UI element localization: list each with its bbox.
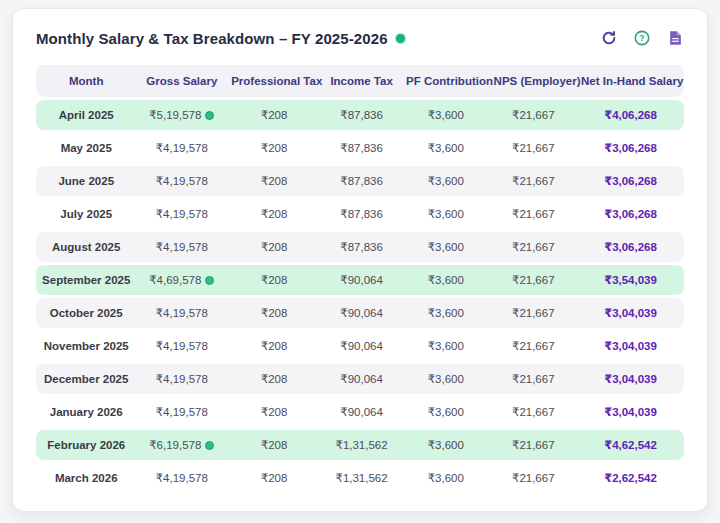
professional-tax-cell: ₹208	[227, 298, 321, 328]
help-circle-icon: ?	[634, 30, 650, 46]
gross-salary-cell: ₹4,19,578	[136, 166, 227, 196]
table-row: November 2025 ₹4,19,578 ₹208 ₹90,064 ₹3,…	[36, 331, 684, 361]
nps-employer-cell: ₹21,667	[490, 430, 577, 460]
nps-employer-cell: ₹21,667	[490, 364, 577, 394]
gross-salary-cell: ₹4,19,578	[136, 397, 227, 427]
professional-tax-cell: ₹208	[227, 331, 321, 361]
nps-employer-cell: ₹21,667	[490, 265, 577, 295]
pf-contribution-cell: ₹3,600	[402, 364, 489, 394]
nps-employer-cell: ₹21,667	[490, 298, 577, 328]
net-in-hand-cell: ₹2,62,542	[577, 463, 684, 493]
net-in-hand-cell: ₹4,62,542	[577, 430, 684, 460]
month-cell: April 2025	[36, 100, 136, 130]
professional-tax-cell: ₹208	[227, 100, 321, 130]
month-cell: January 2026	[36, 397, 136, 427]
nps-employer-cell: ₹21,667	[490, 100, 577, 130]
pf-contribution-cell: ₹3,600	[402, 397, 489, 427]
professional-tax-cell: ₹208	[227, 430, 321, 460]
nps-employer-cell: ₹21,667	[490, 397, 577, 427]
net-in-hand-cell: ₹3,06,268	[577, 199, 684, 229]
month-cell: August 2025	[36, 232, 136, 262]
month-cell: July 2025	[36, 199, 136, 229]
month-cell: September 2025	[36, 265, 136, 295]
nps-employer-cell: ₹21,667	[490, 232, 577, 262]
live-status-icon	[396, 34, 405, 43]
table-row: December 2025 ₹4,19,578 ₹208 ₹90,064 ₹3,…	[36, 364, 684, 394]
income-tax-cell: ₹87,836	[321, 133, 402, 163]
pf-contribution-cell: ₹3,600	[402, 100, 489, 130]
income-tax-cell: ₹90,064	[321, 397, 402, 427]
gross-salary-cell: ₹4,19,578	[136, 364, 227, 394]
professional-tax-cell: ₹208	[227, 232, 321, 262]
gross-salary-cell: ₹4,19,578	[136, 463, 227, 493]
table-row: February 2026 ₹6,19,578 ₹208 ₹1,31,562 ₹…	[36, 430, 684, 460]
salary-table: MonthGross SalaryProfessional TaxIncome …	[36, 62, 684, 496]
table-row: April 2025 ₹5,19,578 ₹208 ₹87,836 ₹3,600…	[36, 100, 684, 130]
gross-salary-cell: ₹4,19,578	[136, 331, 227, 361]
card-header: Monthly Salary & Tax Breakdown – FY 2025…	[36, 29, 684, 47]
income-tax-cell: ₹90,064	[321, 298, 402, 328]
document-icon	[668, 30, 683, 46]
column-header: Gross Salary	[136, 65, 227, 97]
month-cell: November 2025	[36, 331, 136, 361]
month-cell: June 2025	[36, 166, 136, 196]
professional-tax-cell: ₹208	[227, 166, 321, 196]
increment-dot-icon[interactable]	[205, 276, 214, 285]
professional-tax-cell: ₹208	[227, 265, 321, 295]
table-body: April 2025 ₹5,19,578 ₹208 ₹87,836 ₹3,600…	[36, 100, 684, 493]
column-header: Net In-Hand Salary	[577, 65, 684, 97]
column-header: Professional Tax	[227, 65, 321, 97]
pf-contribution-cell: ₹3,600	[402, 232, 489, 262]
document-button[interactable]	[666, 29, 684, 47]
refresh-icon	[601, 30, 617, 46]
nps-employer-cell: ₹21,667	[490, 331, 577, 361]
professional-tax-cell: ₹208	[227, 397, 321, 427]
column-header: NPS (Employer)	[490, 65, 577, 97]
title-wrap: Monthly Salary & Tax Breakdown – FY 2025…	[36, 30, 405, 47]
table-row: July 2025 ₹4,19,578 ₹208 ₹87,836 ₹3,600 …	[36, 199, 684, 229]
income-tax-cell: ₹1,31,562	[321, 430, 402, 460]
table-row: May 2025 ₹4,19,578 ₹208 ₹87,836 ₹3,600 ₹…	[36, 133, 684, 163]
pf-contribution-cell: ₹3,600	[402, 166, 489, 196]
table-row: January 2026 ₹4,19,578 ₹208 ₹90,064 ₹3,6…	[36, 397, 684, 427]
increment-dot-icon[interactable]	[205, 111, 214, 120]
pf-contribution-cell: ₹3,600	[402, 199, 489, 229]
nps-employer-cell: ₹21,667	[490, 166, 577, 196]
professional-tax-cell: ₹208	[227, 133, 321, 163]
column-header: Month	[36, 65, 136, 97]
gross-salary-cell: ₹4,19,578	[136, 232, 227, 262]
pf-contribution-cell: ₹3,600	[402, 331, 489, 361]
professional-tax-cell: ₹208	[227, 199, 321, 229]
help-button[interactable]: ?	[633, 29, 651, 47]
net-in-hand-cell: ₹3,04,039	[577, 397, 684, 427]
net-in-hand-cell: ₹3,04,039	[577, 331, 684, 361]
net-in-hand-cell: ₹3,06,268	[577, 166, 684, 196]
net-in-hand-cell: ₹3,06,268	[577, 133, 684, 163]
increment-dot-icon[interactable]	[205, 441, 214, 450]
gross-salary-cell: ₹4,69,578	[136, 265, 227, 295]
refresh-button[interactable]	[600, 29, 618, 47]
income-tax-cell: ₹90,064	[321, 364, 402, 394]
income-tax-cell: ₹1,31,562	[321, 463, 402, 493]
table-row: March 2026 ₹4,19,578 ₹208 ₹1,31,562 ₹3,6…	[36, 463, 684, 493]
income-tax-cell: ₹87,836	[321, 100, 402, 130]
gross-salary-cell: ₹4,19,578	[136, 133, 227, 163]
column-header: Income Tax	[321, 65, 402, 97]
table-header-row: MonthGross SalaryProfessional TaxIncome …	[36, 65, 684, 97]
table-row: September 2025 ₹4,69,578 ₹208 ₹90,064 ₹3…	[36, 265, 684, 295]
income-tax-cell: ₹87,836	[321, 166, 402, 196]
table-row: June 2025 ₹4,19,578 ₹208 ₹87,836 ₹3,600 …	[36, 166, 684, 196]
professional-tax-cell: ₹208	[227, 463, 321, 493]
svg-text:?: ?	[639, 33, 644, 43]
income-tax-cell: ₹90,064	[321, 265, 402, 295]
gross-salary-cell: ₹4,19,578	[136, 298, 227, 328]
month-cell: March 2026	[36, 463, 136, 493]
gross-salary-cell: ₹5,19,578	[136, 100, 227, 130]
net-in-hand-cell: ₹3,06,268	[577, 232, 684, 262]
nps-employer-cell: ₹21,667	[490, 133, 577, 163]
net-in-hand-cell: ₹4,06,268	[577, 100, 684, 130]
pf-contribution-cell: ₹3,600	[402, 265, 489, 295]
table-row: October 2025 ₹4,19,578 ₹208 ₹90,064 ₹3,6…	[36, 298, 684, 328]
net-in-hand-cell: ₹3,54,039	[577, 265, 684, 295]
toolbar: ?	[600, 29, 684, 47]
